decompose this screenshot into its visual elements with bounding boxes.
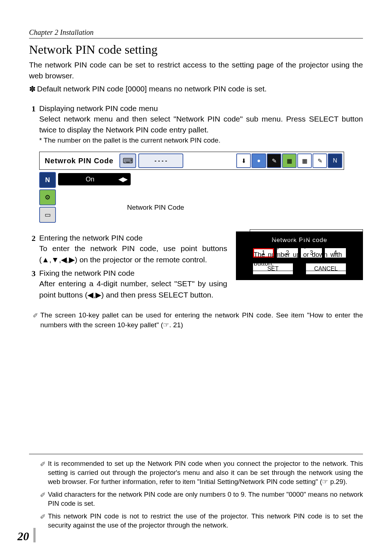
- pin-pad-icon: ⌨: [119, 153, 136, 168]
- step-2-title: Entering the network PIN code: [39, 234, 143, 243]
- footnote-3-text: This network PIN code is not to restrict…: [48, 512, 363, 530]
- info-line1: The red frame moves sequentially left or…: [254, 233, 359, 250]
- step-3-number: 3: [29, 269, 36, 278]
- footnote-2: ✐ Valid characters for the network PIN c…: [40, 490, 363, 508]
- side-icon-green: ⚙: [39, 189, 56, 205]
- step-2: 2 Entering the network PIN code: [29, 234, 227, 243]
- step-2-number: 2: [29, 234, 36, 243]
- step-3-body: After entering a 4-digit number, select …: [39, 278, 227, 300]
- page-number-bar: [33, 528, 36, 542]
- menubar-label: Netwrok PIN Code: [41, 157, 117, 165]
- note-10key: ✐ The screen 10-key pallet can be used f…: [33, 311, 363, 330]
- pin-caption: Network PIN Code: [127, 204, 184, 212]
- icon-3: ✎: [267, 153, 281, 168]
- chapter-label: Chapter 2 Installation: [29, 28, 363, 37]
- left-right-icon: ◀▶: [118, 175, 127, 183]
- on-label: On: [62, 176, 118, 183]
- side-icons: N ⚙ ▭: [39, 172, 56, 223]
- footnote-2-text: Valid characters for the network PIN cod…: [48, 490, 363, 508]
- pin-dashes: - - - -: [138, 153, 183, 168]
- page-title: Network PIN code setting: [29, 43, 363, 57]
- icon-5: ▦: [297, 153, 312, 168]
- step-1-number: 1: [29, 104, 36, 114]
- pencil-icon: ✐: [40, 491, 46, 508]
- side-icon-n: N: [39, 172, 56, 188]
- footer-block: ✐ It is recommended to set up the Networ…: [29, 454, 363, 534]
- pencil-icon: ✐: [33, 311, 38, 330]
- pencil-icon: ✐: [40, 513, 46, 530]
- info-line2: The number up or down with ▼▲ button.: [254, 250, 359, 268]
- info-box: The red frame moves sequentially left or…: [250, 229, 363, 271]
- footnote-3: ✐ This network PIN code is not to restri…: [40, 512, 363, 530]
- header-rule: [29, 38, 363, 38]
- step-3-title: Fixing the network PIN code: [39, 269, 135, 278]
- pencil-icon: ✐: [40, 460, 46, 487]
- icon-2: ●: [252, 153, 266, 168]
- step-1-body: Select network menu and then select "Net…: [39, 114, 363, 136]
- icon-strip: ⬇ ● ✎ ▦ ▦ ✎ N: [236, 153, 342, 168]
- icon-6: ✎: [313, 153, 327, 168]
- icon-n: N: [328, 153, 342, 168]
- footer-rule: [29, 454, 363, 454]
- step-1: 1 Displaying network PIN code menu: [29, 104, 363, 114]
- menu-screenshot: Netwrok PIN Code ⌨ - - - - ⬇ ● ✎ ▦ ▦ ✎ N…: [39, 152, 344, 223]
- icon-1: ⬇: [236, 153, 251, 168]
- side-menu: N ⚙ ▭ On ◀▶ Network PIN Code: [39, 172, 344, 223]
- snowflake-icon: ✽: [29, 85, 36, 94]
- intro-text: The network PIN code can be set to restr…: [29, 59, 363, 82]
- side-icon-card: ▭: [39, 207, 56, 223]
- default-note-text: Default network PIN code [0000] means no…: [37, 85, 267, 94]
- icon-4: ▦: [282, 153, 297, 168]
- footnote-1: ✐ It is recommended to set up the Networ…: [40, 459, 363, 487]
- step-3: 3 Fixing the network PIN code: [29, 269, 227, 278]
- default-note: ✽ Default network PIN code [0000] means …: [29, 85, 363, 94]
- step-1-title: Displaying network PIN code menu: [39, 104, 158, 114]
- footnote-1-text: It is recommended to set up the Network …: [48, 459, 363, 487]
- step-2-body: To enter the network PIN code, use point…: [39, 243, 227, 265]
- page: Chapter 2 Installation Network PIN code …: [0, 0, 392, 554]
- menubar: Netwrok PIN Code ⌨ - - - - ⬇ ● ✎ ▦ ▦ ✎ N: [39, 152, 344, 170]
- step-1-subnote: * The number on the pallet is the curren…: [39, 136, 363, 145]
- note-10key-text: The screen 10-key pallet can be used for…: [40, 311, 363, 330]
- page-number: 20: [17, 530, 29, 543]
- on-row: On ◀▶: [58, 173, 131, 185]
